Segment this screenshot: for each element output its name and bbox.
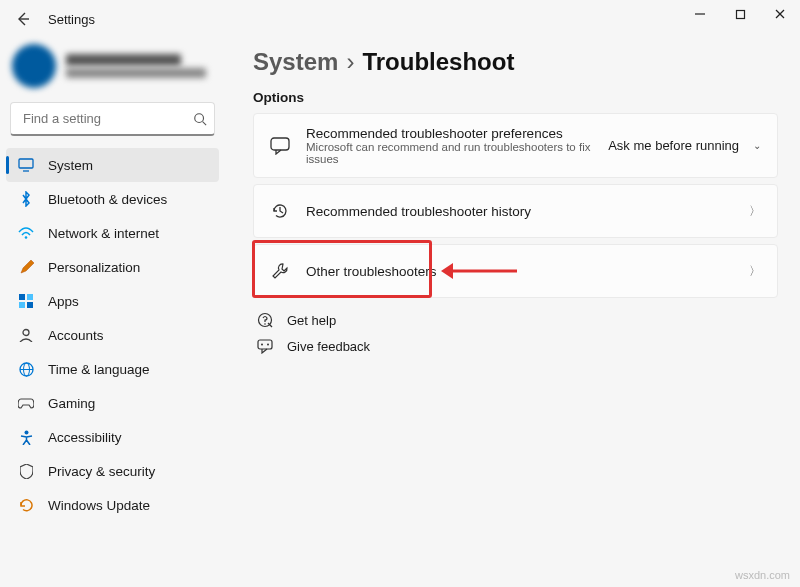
search-box[interactable] <box>10 102 215 136</box>
sidebar-item-system[interactable]: System <box>6 148 219 182</box>
chat-icon <box>270 136 290 156</box>
sidebar-item-personalization[interactable]: Personalization <box>6 250 219 284</box>
accessibility-icon <box>18 429 34 445</box>
link-give-feedback[interactable]: Give feedback <box>257 338 778 354</box>
svg-rect-12 <box>19 302 25 308</box>
minimize-button[interactable] <box>680 0 720 28</box>
system-icon <box>18 157 34 173</box>
chevron-down-icon: ⌄ <box>753 140 761 151</box>
svg-line-6 <box>203 121 207 125</box>
sidebar-item-privacy[interactable]: Privacy & security <box>6 454 219 488</box>
svg-point-14 <box>23 330 29 336</box>
annotation-arrow <box>439 259 519 283</box>
sidebar-item-apps[interactable]: Apps <box>6 284 219 318</box>
svg-rect-19 <box>271 138 289 150</box>
dropdown-label: Ask me before running <box>608 138 745 153</box>
card-title: Recommended troubleshooter preferences <box>306 126 592 141</box>
apps-icon <box>18 293 34 309</box>
sidebar-item-label: Privacy & security <box>48 464 155 479</box>
search-icon <box>193 111 207 127</box>
link-label: Get help <box>287 313 336 328</box>
search-input[interactable] <box>21 110 193 127</box>
svg-rect-23 <box>258 340 272 349</box>
sidebar-item-accounts[interactable]: Accounts <box>6 318 219 352</box>
card-title: Other troubleshooters <box>306 264 733 279</box>
sidebar-item-time-language[interactable]: Time & language <box>6 352 219 386</box>
accounts-icon <box>18 327 34 343</box>
card-recommended-history[interactable]: Recommended troubleshooter history 〉 <box>253 184 778 238</box>
chevron-right-icon: 〉 <box>749 203 761 220</box>
profile-text <box>66 54 206 78</box>
svg-point-25 <box>267 344 269 346</box>
feedback-icon <box>257 338 273 354</box>
svg-rect-7 <box>19 159 33 168</box>
svg-rect-1 <box>736 10 744 18</box>
sidebar-item-label: Windows Update <box>48 498 150 513</box>
sidebar-item-gaming[interactable]: Gaming <box>6 386 219 420</box>
window-controls <box>680 0 800 28</box>
gaming-icon <box>18 395 34 411</box>
card-recommended-preferences[interactable]: Recommended troubleshooter preferences M… <box>253 113 778 178</box>
sidebar-item-label: Apps <box>48 294 79 309</box>
breadcrumb: System › Troubleshoot <box>253 48 778 76</box>
app-title: Settings <box>48 12 95 27</box>
close-button[interactable] <box>760 0 800 28</box>
svg-point-24 <box>261 344 263 346</box>
personalization-icon <box>18 259 34 275</box>
link-label: Give feedback <box>287 339 370 354</box>
svg-point-9 <box>25 236 28 239</box>
profile-block[interactable] <box>6 40 219 98</box>
network-icon <box>18 225 34 241</box>
help-links: Get help Give feedback <box>253 312 778 354</box>
breadcrumb-current: Troubleshoot <box>362 48 514 76</box>
profile-name <box>66 54 181 66</box>
section-title: Options <box>253 90 778 105</box>
svg-rect-13 <box>27 302 33 308</box>
preferences-dropdown[interactable]: Ask me before running ⌄ <box>608 138 761 153</box>
history-icon <box>270 201 290 221</box>
privacy-icon <box>18 463 34 479</box>
sidebar-item-label: Personalization <box>48 260 140 275</box>
sidebar-item-label: Accessibility <box>48 430 122 445</box>
sidebar-item-network[interactable]: Network & internet <box>6 216 219 250</box>
svg-point-18 <box>24 430 28 434</box>
link-get-help[interactable]: Get help <box>257 312 778 328</box>
svg-point-22 <box>264 323 266 325</box>
nav-list: System Bluetooth & devices Network & int… <box>6 148 219 522</box>
help-icon <box>257 312 273 328</box>
breadcrumb-separator: › <box>346 48 354 76</box>
back-button[interactable] <box>12 8 34 30</box>
sidebar-item-windows-update[interactable]: Windows Update <box>6 488 219 522</box>
sidebar-item-label: Network & internet <box>48 226 159 241</box>
card-title: Recommended troubleshooter history <box>306 204 733 219</box>
chevron-right-icon: 〉 <box>749 263 761 280</box>
windows-update-icon <box>18 497 34 513</box>
sidebar-item-bluetooth[interactable]: Bluetooth & devices <box>6 182 219 216</box>
watermark: wsxdn.com <box>735 569 790 581</box>
sidebar-item-accessibility[interactable]: Accessibility <box>6 420 219 454</box>
svg-point-5 <box>195 113 204 122</box>
breadcrumb-parent[interactable]: System <box>253 48 338 76</box>
svg-rect-10 <box>19 294 25 300</box>
sidebar-item-label: Accounts <box>48 328 104 343</box>
sidebar-item-label: Bluetooth & devices <box>48 192 167 207</box>
sidebar-item-label: Time & language <box>48 362 150 377</box>
bluetooth-icon <box>18 191 34 207</box>
maximize-button[interactable] <box>720 0 760 28</box>
card-subtitle: Microsoft can recommend and run troubles… <box>306 141 592 165</box>
card-other-troubleshooters[interactable]: Other troubleshooters 〉 <box>253 244 778 298</box>
svg-rect-11 <box>27 294 33 300</box>
wrench-icon <box>270 261 290 281</box>
avatar <box>12 44 56 88</box>
sidebar-item-label: System <box>48 158 93 173</box>
sidebar-item-label: Gaming <box>48 396 95 411</box>
time-language-icon <box>18 361 34 377</box>
main-content: System › Troubleshoot Options Recommende… <box>225 34 800 522</box>
sidebar: System Bluetooth & devices Network & int… <box>0 34 225 522</box>
profile-email <box>66 68 206 78</box>
